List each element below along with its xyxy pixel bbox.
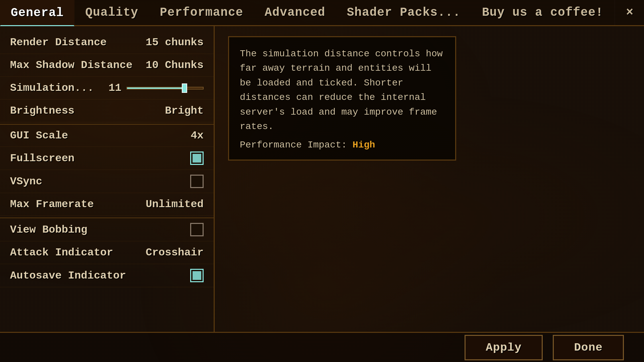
simulation-slider[interactable]	[126, 87, 204, 89]
slider-fill	[127, 87, 184, 89]
setting-gui-scale[interactable]: GUI Scale 4x	[0, 124, 214, 147]
apply-button[interactable]: Apply	[465, 335, 543, 360]
setting-brightness[interactable]: Brightness Bright	[0, 100, 214, 122]
tab-bar: General Quality Performance Advanced Sha…	[0, 0, 644, 26]
tab-quality[interactable]: Quality	[74, 0, 149, 25]
performance-impact: Performance Impact: High	[240, 140, 444, 150]
tab-performance[interactable]: Performance	[149, 0, 254, 25]
done-button[interactable]: Done	[553, 335, 624, 360]
setting-attack-indicator[interactable]: Attack Indicator Crosshair	[0, 241, 214, 264]
setting-view-bobbing[interactable]: View Bobbing	[0, 218, 214, 241]
tab-shader-packs[interactable]: Shader Packs...	[336, 0, 471, 25]
description-text: The simulation distance controls how far…	[240, 47, 444, 134]
setting-max-shadow-distance[interactable]: Max Shadow Distance 10 Chunks	[0, 54, 214, 77]
setting-fullscreen[interactable]: Fullscreen	[0, 147, 214, 170]
description-panel: The simulation distance controls how far…	[215, 26, 644, 332]
tab-advanced[interactable]: Advanced	[254, 0, 336, 25]
autosave-indicator-checkbox[interactable]	[190, 269, 204, 282]
setting-render-distance[interactable]: Render Distance 15 chunks	[0, 31, 214, 54]
description-box: The simulation distance controls how far…	[228, 36, 456, 161]
view-bobbing-checkbox[interactable]	[190, 223, 204, 236]
slider-container: 11	[105, 82, 204, 94]
setting-max-framerate[interactable]: Max Framerate Unlimited	[0, 193, 214, 216]
vsync-checkbox[interactable]	[190, 175, 204, 188]
close-button[interactable]: ×	[615, 0, 644, 25]
slider-thumb[interactable]	[182, 83, 187, 93]
performance-impact-value: High	[353, 140, 375, 150]
settings-panel: Render Distance 15 chunks Max Shadow Dis…	[0, 26, 215, 332]
main-content: Render Distance 15 chunks Max Shadow Dis…	[0, 26, 644, 332]
setting-simulation[interactable]: Simulation... 11	[0, 77, 214, 100]
setting-vsync[interactable]: VSync	[0, 170, 214, 193]
tab-coffee[interactable]: Buy us a coffee!	[471, 0, 614, 25]
fullscreen-checkbox[interactable]	[190, 152, 204, 165]
tab-general[interactable]: General	[0, 0, 74, 26]
setting-autosave-indicator[interactable]: Autosave Indicator	[0, 264, 214, 287]
bottom-bar: Apply Done	[0, 332, 644, 362]
